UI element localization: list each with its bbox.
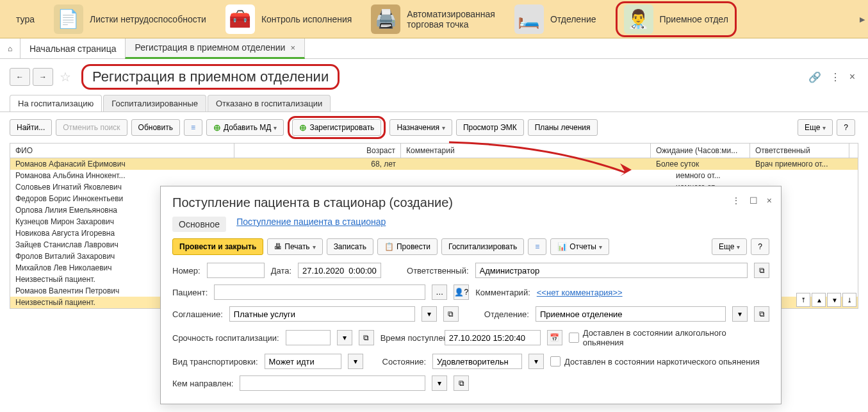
dialog-help-button[interactable]: ?: [751, 238, 769, 255]
scroll-down-button[interactable]: ▼: [827, 293, 841, 307]
print-button[interactable]: 🖶Печать: [267, 238, 322, 255]
save-button[interactable]: Записать: [327, 238, 373, 255]
action-toolbar: Найти... Отменить поиск Обновить ≡ ⊕Доба…: [0, 112, 868, 143]
agreement-input[interactable]: [229, 306, 415, 309]
nav-item-tura[interactable]: тура: [16, 14, 35, 24]
link-icon[interactable]: 🔗: [808, 71, 821, 83]
cell-resp: иемного от...: [671, 170, 770, 181]
register-button[interactable]: ⊕Зарегистрировать: [292, 119, 381, 136]
forward-button[interactable]: →: [33, 68, 53, 86]
cell-resp: Врач приемного от...: [750, 158, 849, 170]
more-button[interactable]: Еще: [798, 119, 833, 136]
nav-label: тура: [16, 14, 35, 24]
table-row[interactable]: Романова Альбина Иннокент...иемного от..…: [10, 170, 858, 181]
patient-input[interactable]: [214, 284, 425, 300]
nav-item-control[interactable]: 🧰 Контроль исполнения: [225, 4, 352, 34]
help-button[interactable]: ?: [837, 119, 855, 136]
table-row[interactable]: Романов Афанасий Ефимович68, летБолее су…: [10, 158, 858, 170]
sub-tabs: На госпитализацию Госпитализированные От…: [0, 95, 868, 112]
kebab-icon[interactable]: ⋮: [830, 71, 840, 83]
post-close-button[interactable]: Провести и закрыть: [172, 238, 263, 255]
cell-wait: Более суток: [651, 158, 750, 170]
doctor-icon: 👨‍⚕️: [624, 4, 653, 34]
nav-item-admission[interactable]: 👨‍⚕️ Приемное отдел: [616, 1, 737, 37]
close-page-icon[interactable]: ×: [849, 71, 855, 83]
cell-fio: Михайлов Лев Николаевич: [10, 262, 155, 274]
nav-item-department[interactable]: 🛏️ Отделение: [514, 4, 596, 34]
col-age-header[interactable]: Возраст: [234, 144, 401, 158]
scroll-top-button[interactable]: ⤒: [796, 293, 810, 307]
back-button[interactable]: ←: [10, 68, 30, 86]
appointments-button[interactable]: Назначения: [389, 119, 452, 136]
tab-for-hospitalization[interactable]: На госпитализацию: [10, 95, 102, 111]
department-input[interactable]: [536, 306, 726, 309]
reports-button[interactable]: 📊Отчеты: [550, 238, 609, 255]
responsible-label: Ответственный:: [407, 266, 468, 276]
nav-scroll-right-icon[interactable]: [860, 15, 865, 24]
person-help-icon: 👤?: [454, 288, 468, 297]
tab-refused[interactable]: Отказано в госпитализации: [208, 95, 331, 111]
dialog-more-button[interactable]: Еще: [712, 238, 747, 255]
comment-link[interactable]: <<нет комментария>>: [537, 288, 623, 297]
tab-hospitalized[interactable]: Госпитализированные: [103, 95, 206, 111]
cell-fio: Неизвестный пациент.: [10, 274, 155, 285]
breadcrumb-home[interactable]: Начальная страница: [20, 38, 125, 59]
view-emk-button[interactable]: Просмотр ЭМК: [456, 119, 524, 136]
number-input[interactable]: [207, 263, 265, 278]
post-button[interactable]: 📋Провести: [377, 238, 438, 255]
department-open-button[interactable]: ⧉: [754, 306, 769, 309]
col-comment-header[interactable]: Комментарий: [401, 144, 651, 158]
close-icon[interactable]: ×: [290, 43, 295, 53]
nav-label: Автоматизированная торговая точка: [407, 9, 495, 29]
comment-label: Комментарий:: [475, 288, 530, 297]
plus-icon: ⊕: [213, 122, 221, 133]
agreement-open-button[interactable]: ⧉: [443, 306, 459, 309]
refresh-button[interactable]: Обновить: [131, 119, 180, 136]
scroll-up-button[interactable]: ▲: [812, 293, 826, 307]
treatment-plans-button[interactable]: Планы лечения: [528, 119, 598, 136]
date-input[interactable]: [298, 263, 381, 278]
home-icon: ⌂: [8, 44, 12, 53]
home-button[interactable]: ⌂: [0, 38, 20, 59]
scroll-bottom-button[interactable]: ⤓: [842, 293, 856, 307]
list-button-2[interactable]: ≡: [528, 238, 546, 255]
dialog-maximize-icon[interactable]: ☐: [749, 195, 758, 206]
nav-item-sicklists[interactable]: 📄 Листки нетрудоспособности: [54, 4, 206, 34]
dialog-tab-link[interactable]: Поступление пациента в стационар: [236, 217, 386, 232]
grid-scroll-controls: ⤒ ▲ ▼ ⤓: [796, 293, 856, 307]
cash-register-icon: 🖨️: [371, 4, 400, 34]
cancel-find-button[interactable]: Отменить поиск: [56, 119, 127, 136]
col-wait-header[interactable]: Ожидание (Часов:ми...: [651, 144, 750, 158]
cell-fio: Соловьев Игнатий Яковлевич: [10, 181, 155, 193]
col-resp-header[interactable]: Ответственный: [750, 144, 849, 158]
cell-age: [155, 170, 322, 181]
page-title: Регистрация в приемном отделении: [81, 64, 340, 90]
dialog-title: Поступление пациента в стационар (создан…: [172, 195, 769, 210]
medkit-icon: 🧰: [225, 4, 255, 34]
agreement-dd-button[interactable]: ▾: [422, 306, 437, 309]
dialog-toolbar: Провести и закрыть 🖶Печать Записать 📋Про…: [172, 238, 769, 255]
patient-help-button[interactable]: 👤?: [454, 284, 469, 300]
hospitalize-button[interactable]: Госпитализировать: [441, 238, 524, 255]
dialog-tab-main[interactable]: Основное: [172, 217, 226, 232]
find-button[interactable]: Найти...: [10, 119, 52, 136]
col-fio-header[interactable]: ФИО: [10, 144, 234, 158]
responsible-input[interactable]: [475, 263, 748, 278]
cell-fio: Новикова Августа Игоревна: [10, 227, 155, 239]
add-md-button[interactable]: ⊕Добавить МД: [206, 119, 284, 136]
favorite-button[interactable]: ☆: [60, 69, 75, 85]
list-button[interactable]: ≡: [184, 119, 202, 136]
department-dd-button[interactable]: ▾: [732, 306, 748, 309]
dialog-close-icon[interactable]: ×: [767, 195, 772, 206]
nav-item-pos[interactable]: 🖨️ Автоматизированная торговая точка: [371, 4, 495, 34]
patient-label: Пациент:: [172, 288, 208, 297]
patient-select-button[interactable]: …: [432, 284, 447, 300]
cell-fio: Романов Валентин Петрович: [10, 285, 155, 297]
cell-fio: Неизвестный пациент.: [10, 297, 155, 308]
dialog-kebab-icon[interactable]: ⋮: [732, 195, 741, 206]
cell-fio: Зайцев Станислав Лаврович: [10, 239, 155, 251]
open-ref-button[interactable]: ⧉: [754, 263, 769, 278]
breadcrumb-active-tab[interactable]: Регистрация в приемном отделении ×: [125, 38, 305, 59]
cell-fio: Фролов Виталий Захарович: [10, 251, 155, 262]
breadcrumb: ⌂ Начальная страница Регистрация в прием…: [0, 38, 868, 59]
